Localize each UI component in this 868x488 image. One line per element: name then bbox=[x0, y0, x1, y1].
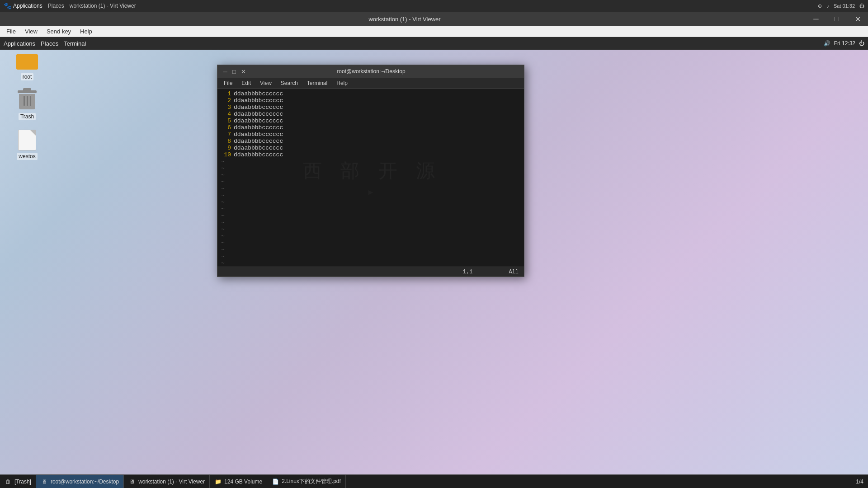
virt-viewer-title: workstation (1) - Virt Viewer bbox=[4, 16, 806, 23]
vv-menu-help[interactable]: Help bbox=[75, 27, 97, 36]
term-menu-terminal[interactable]: Terminal bbox=[302, 79, 332, 87]
virt-viewer-minimize-button[interactable]: ─ bbox=[806, 12, 826, 26]
host-topbar-left: 🐾 Applications Places workstation (1) - … bbox=[4, 2, 136, 9]
desktop-icon-westos[interactable]: westos bbox=[9, 129, 45, 160]
desktop-icon-trash-label: Trash bbox=[19, 113, 36, 120]
taskbar-item-virtviewer[interactable]: 🖥 workstation (1) - Virt Viewer bbox=[124, 475, 210, 488]
taskbar-item-trash[interactable]: 🗑 [Trash] bbox=[0, 475, 36, 488]
desktop-icon-trash[interactable]: Trash bbox=[9, 89, 45, 120]
tilde-line: ~ bbox=[221, 260, 520, 267]
terminal-title: root@workstation:~/Desktop bbox=[247, 68, 495, 75]
line-number: 6 bbox=[221, 124, 234, 131]
host-power-icon[interactable]: ⏻ bbox=[859, 3, 864, 9]
desktop: 🐾 Applications Places workstation (1) - … bbox=[0, 0, 868, 488]
taskbar-volume-label: 124 GB Volume bbox=[224, 479, 262, 485]
virt-viewer-close-button[interactable]: ✕ bbox=[847, 12, 868, 26]
guest-time: Fri 12:32 bbox=[834, 40, 855, 47]
terminal-line: 10ddaabbbbcccccc bbox=[221, 151, 520, 158]
tilde-line: ~ bbox=[221, 178, 520, 185]
vv-menu-file[interactable]: File bbox=[2, 27, 20, 36]
terminal-line: 3ddaabbbbcccccc bbox=[221, 104, 520, 111]
terminal-maximize-button[interactable]: □ bbox=[230, 67, 238, 75]
taskbar-pdf-icon: 📄 bbox=[272, 478, 279, 485]
terminal-close-button[interactable]: ✕ bbox=[239, 67, 247, 75]
host-topbar: 🐾 Applications Places workstation (1) - … bbox=[0, 0, 868, 12]
line-number: 2 bbox=[221, 97, 234, 104]
line-number: 4 bbox=[221, 111, 234, 117]
taskbar-page: 1/4 bbox=[856, 479, 863, 485]
taskbar-item-pdf[interactable]: 📄 2.Linux下的文件管理.pdf bbox=[267, 475, 346, 488]
line-content: ddaabbbbcccccc bbox=[234, 97, 283, 104]
host-applications-menu[interactable]: 🐾 Applications bbox=[4, 2, 42, 9]
tilde-line: ~ bbox=[221, 219, 520, 226]
terminal-line: 9ddaabbbbcccccc bbox=[221, 145, 520, 151]
tilde-line: ~ bbox=[221, 239, 520, 246]
terminal-position: 1,1 bbox=[463, 269, 473, 275]
term-menu-search[interactable]: Search bbox=[276, 79, 302, 87]
line-content: ddaabbbbcccccc bbox=[234, 124, 283, 131]
vv-menu-sendkey[interactable]: Send key bbox=[42, 27, 75, 36]
taskbar: 🗑 [Trash] 🖥 root@workstation:~/Desktop 🖥… bbox=[0, 474, 868, 488]
line-content: ddaabbbbcccccc bbox=[234, 117, 283, 124]
taskbar-volume-icon: 📁 bbox=[214, 478, 222, 485]
terminal-menubar: File Edit View Search Terminal Help bbox=[217, 78, 524, 89]
line-content: ddaabbbbcccccc bbox=[234, 151, 283, 158]
desktop-icons: root Trash westos bbox=[9, 50, 45, 160]
term-menu-view[interactable]: View bbox=[255, 79, 276, 87]
taskbar-terminal-label: root@workstation:~/Desktop bbox=[51, 479, 119, 485]
tilde-line: ~ bbox=[221, 192, 520, 199]
host-topbar-right: ⊕ ♪ Sat 01:32 ⏻ bbox=[818, 3, 864, 9]
line-content: ddaabbbbcccccc bbox=[234, 138, 283, 145]
tilde-line: ~ bbox=[221, 226, 520, 233]
term-menu-edit[interactable]: Edit bbox=[237, 79, 255, 87]
desktop-icon-root[interactable]: root bbox=[9, 50, 45, 80]
line-number: 10 bbox=[221, 151, 234, 158]
host-network-icon: ⊕ bbox=[818, 3, 822, 9]
tilde-line: ~ bbox=[221, 233, 520, 239]
terminal-line: 6ddaabbbbcccccc bbox=[221, 124, 520, 131]
terminal-line: 2ddaabbbbcccccc bbox=[221, 97, 520, 104]
tilde-line: ~ bbox=[221, 199, 520, 206]
guest-topbar-right: 🔊 Fri 12:32 ⏻ bbox=[824, 40, 864, 47]
desktop-icon-root-label: root bbox=[21, 73, 34, 80]
virt-viewer-maximize-button[interactable]: □ bbox=[826, 12, 847, 26]
terminal-minimize-button[interactable]: ─ bbox=[221, 67, 229, 75]
vv-menu-view[interactable]: View bbox=[20, 27, 42, 36]
host-sound-icon: ♪ bbox=[826, 3, 829, 9]
terminal-window: ─ □ ✕ root@workstation:~/Desktop File Ed… bbox=[217, 65, 524, 277]
terminal-content[interactable]: 西 部 开 源 ▶ 1ddaabbbbcccccc2ddaabbbbcccccc… bbox=[217, 89, 524, 267]
host-applications-label[interactable]: Applications bbox=[13, 3, 42, 9]
line-number: 7 bbox=[221, 131, 234, 138]
taskbar-right: 1/4 bbox=[842, 479, 868, 485]
taskbar-item-volume[interactable]: 📁 124 GB Volume bbox=[210, 475, 267, 488]
terminal-line: 8ddaabbbbcccccc bbox=[221, 138, 520, 145]
virt-viewer-menubar: File View Send key Help bbox=[0, 26, 868, 37]
taskbar-pdf-label: 2.Linux下的文件管理.pdf bbox=[282, 478, 341, 485]
line-number: 5 bbox=[221, 117, 234, 124]
desktop-icon-westos-label: westos bbox=[17, 153, 37, 160]
guest-places-menu[interactable]: Places bbox=[41, 40, 58, 47]
term-menu-file[interactable]: File bbox=[219, 79, 237, 87]
guest-terminal-menu[interactable]: Terminal bbox=[64, 40, 86, 47]
line-number: 8 bbox=[221, 138, 234, 145]
guest-power-icon[interactable]: ⏻ bbox=[859, 40, 864, 47]
doc-icon bbox=[16, 129, 38, 151]
taskbar-trash-label: [Trash] bbox=[14, 479, 31, 485]
host-app-icon: 🐾 bbox=[4, 2, 11, 9]
host-time: Sat 01:32 bbox=[834, 3, 855, 9]
virt-viewer-controls: ─ □ ✕ bbox=[806, 12, 868, 26]
tilde-line: ~ bbox=[221, 212, 520, 219]
host-window-title: workstation (1) - Virt Viewer bbox=[70, 3, 136, 9]
guest-apps-menu[interactable]: Applications bbox=[4, 40, 35, 47]
taskbar-terminal-icon: 🖥 bbox=[41, 478, 48, 485]
tilde-line: ~ bbox=[221, 206, 520, 212]
virt-viewer-chrome: workstation (1) - Virt Viewer ─ □ ✕ bbox=[0, 12, 868, 26]
taskbar-item-terminal[interactable]: 🖥 root@workstation:~/Desktop bbox=[36, 475, 124, 488]
terminal-line: 1ddaabbbbcccccc bbox=[221, 90, 520, 97]
line-content: ddaabbbbcccccc bbox=[234, 145, 283, 151]
terminal-lines: 1ddaabbbbcccccc2ddaabbbbcccccc3ddaabbbbc… bbox=[221, 90, 520, 267]
term-menu-help[interactable]: Help bbox=[332, 79, 352, 87]
host-places-label[interactable]: Places bbox=[48, 3, 64, 9]
line-number: 1 bbox=[221, 90, 234, 97]
terminal-line: 5ddaabbbbcccccc bbox=[221, 117, 520, 124]
